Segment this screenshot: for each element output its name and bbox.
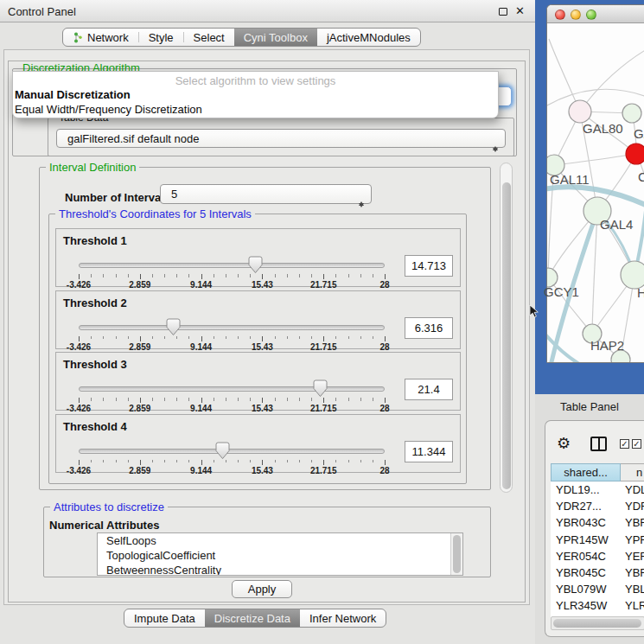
top-tab-jactivemnodules[interactable]: jActiveMNodules <box>317 29 420 46</box>
minimize-traffic-light-icon[interactable] <box>571 10 581 20</box>
threshold-value-field[interactable]: 21.4 <box>405 379 453 400</box>
table-header-row: shared... n <box>551 463 644 481</box>
table-row[interactable]: YBR043CYBR0 <box>551 514 644 531</box>
column-header-shared-name[interactable]: shared... <box>551 463 621 481</box>
threshold-value-field[interactable]: 14.713 <box>405 255 453 277</box>
scrollbar-thumb[interactable] <box>453 535 461 573</box>
top-tab-style[interactable]: Style <box>139 29 183 46</box>
column-header-name[interactable]: n <box>621 463 644 481</box>
close-traffic-light-icon[interactable] <box>555 10 565 20</box>
slider-track[interactable] <box>79 263 385 268</box>
tick-mark <box>91 460 92 463</box>
tab-label: Infer Network <box>309 612 376 625</box>
node-label-gal4[interactable]: GAL4 <box>600 217 633 232</box>
table-data-combo[interactable]: galFiltered.sif default node <box>56 129 506 148</box>
dropdown-option-equal-width-frequency[interactable]: Equal Width/Frequency Discretization <box>15 103 202 116</box>
node-label-c[interactable]: C <box>638 169 644 184</box>
node-label-gal11[interactable]: GAL11 <box>550 172 590 187</box>
tick-mark <box>116 460 117 463</box>
tick-label: 2.859 <box>129 466 150 475</box>
node-label-gal80[interactable]: GAL80 <box>583 121 623 136</box>
cell-shared-name: YBL079W <box>556 583 607 596</box>
tick-mark <box>128 274 129 277</box>
tick-label: 21.715 <box>310 342 337 352</box>
tick-mark <box>201 460 202 465</box>
top-tab-select[interactable]: Select <box>184 29 234 46</box>
slider-thumb[interactable] <box>215 442 230 460</box>
tick-mark <box>335 398 336 401</box>
cell-shared-name: YDL19... <box>556 483 600 496</box>
gear-icon[interactable]: ⚙ <box>557 436 571 451</box>
tick-mark <box>323 398 324 403</box>
tick-label: 28 <box>379 280 389 290</box>
tick-mark <box>250 336 251 340</box>
bottom-tab-infer-network[interactable]: Infer Network <box>300 609 386 627</box>
slider-track[interactable] <box>79 386 385 392</box>
tick-mark <box>385 460 386 465</box>
tick-label: 21.715 <box>310 280 337 290</box>
table-panel-window: ⚙ ✓ ✓ shared... n YDL19...YDL1YDR27...YD… <box>545 420 644 637</box>
table-row[interactable]: YDR27...YDR2 <box>551 498 644 514</box>
threshold-value-field[interactable]: 6.316 <box>405 317 453 339</box>
tick-mark <box>348 336 349 340</box>
slider-track[interactable] <box>79 449 385 454</box>
top-tab-cyni-toolbox[interactable]: Cyni Toolbox <box>234 29 317 46</box>
tick-mark <box>360 336 361 340</box>
attribute-list-item[interactable]: SelfLoops <box>98 533 462 548</box>
tick-mark <box>176 460 177 463</box>
tick-mark <box>385 274 386 279</box>
tick-mark <box>103 460 104 463</box>
slider-thumb[interactable] <box>248 256 263 274</box>
table-body[interactable]: YDL19...YDL1YDR27...YDR2YBR043CYBR0YPR14… <box>551 481 644 618</box>
network-canvas[interactable] <box>547 23 644 363</box>
table-row[interactable]: YBR045CYBR0 <box>551 564 644 581</box>
node-label-hap2[interactable]: HAP2 <box>590 338 624 353</box>
slider-thumb[interactable] <box>166 318 181 336</box>
bottom-tab-impute-data[interactable]: Impute Data <box>124 609 205 627</box>
threshold-row: Threshold 1-3.4262.8599.14415.4321.71528… <box>55 228 461 287</box>
list-scrollbar[interactable] <box>450 533 462 575</box>
node-label-gcy1[interactable]: GCY1 <box>544 284 579 299</box>
settings-vertical-scrollbar[interactable] <box>500 163 513 493</box>
scrollbar-thumb[interactable] <box>502 182 511 489</box>
checkbox-icon[interactable]: ✓ <box>632 439 641 449</box>
combo-spinner-icon <box>493 133 498 152</box>
bottom-tab-discretize-data[interactable]: Discretize Data <box>205 609 300 627</box>
tick-label: 9.144 <box>190 404 212 413</box>
tick-mark <box>140 398 141 403</box>
attribute-list-item[interactable]: BetweennessCentrality <box>98 563 462 576</box>
tick-mark <box>299 336 300 340</box>
attribute-list-item[interactable]: TopologicalCoefficient <box>98 548 462 563</box>
zoom-traffic-light-icon[interactable] <box>586 10 596 20</box>
table-horizontal-scrollbar[interactable] <box>551 616 644 630</box>
table-row[interactable]: YLR345WYLR3 <box>551 597 644 614</box>
dropdown-option-manual-discretization[interactable]: Manual Discretization <box>15 88 131 101</box>
number-of-intervals-combo[interactable]: 5 <box>160 184 372 204</box>
table-row[interactable]: YBL079WYBL0 <box>551 581 644 597</box>
network-window-titlebar[interactable] <box>547 5 644 23</box>
tick-mark <box>238 398 239 401</box>
table-row[interactable]: YER054CYER0 <box>551 548 644 564</box>
tick-mark <box>79 336 80 341</box>
numerical-attributes-list[interactable]: SelfLoopsTopologicalCoefficientBetweenne… <box>97 532 463 576</box>
node-label-ga[interactable]: GA <box>634 126 644 141</box>
node-label-h[interactable]: H <box>637 285 644 300</box>
table-row[interactable]: YPR145WYPR1 <box>551 532 644 548</box>
tick-mark <box>311 336 312 340</box>
apply-button[interactable]: Apply <box>232 580 292 598</box>
scrollbar-thumb[interactable] <box>553 619 641 628</box>
slider-track[interactable] <box>79 325 385 330</box>
top-tab-network[interactable]: Network <box>63 29 138 46</box>
tick-mark <box>91 398 92 401</box>
table-row[interactable]: YDL19...YDL1 <box>551 481 644 498</box>
bottom-tab-bar: Impute DataDiscretize DataInfer Network <box>124 609 386 628</box>
tick-mark <box>164 398 165 401</box>
close-window-icon[interactable]: ✕ <box>515 4 525 17</box>
threshold-value-field[interactable]: 11.344 <box>405 441 453 462</box>
checkbox-icon[interactable]: ✓ <box>620 439 629 449</box>
float-window-icon[interactable] <box>499 8 507 16</box>
number-of-intervals-value: 5 <box>171 188 177 201</box>
split-pane-icon[interactable] <box>590 437 607 451</box>
tick-mark <box>201 398 202 403</box>
slider-thumb[interactable] <box>313 379 328 398</box>
